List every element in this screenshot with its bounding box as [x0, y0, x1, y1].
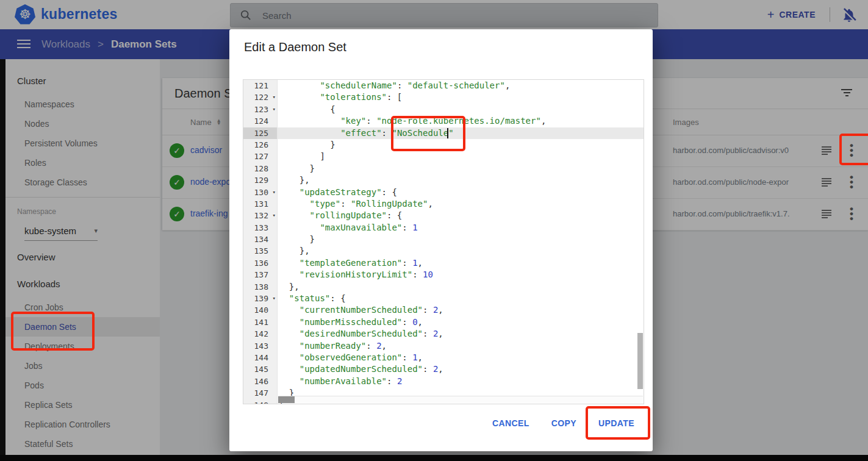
editor-line[interactable]: 141 "numberMisscheduled": 0,	[243, 316, 644, 328]
editor-code-text[interactable]: "rollingUpdate": {	[278, 210, 644, 221]
fold-arrow-icon[interactable]: ▾	[273, 187, 276, 198]
editor-line[interactable]: 144 "observedGeneration": 1,	[243, 352, 644, 363]
editor-line[interactable]: 145 "updatedNumberScheduled": 2,	[243, 363, 644, 375]
editor-line-number[interactable]: 147	[243, 387, 278, 399]
editor-line-number[interactable]: 125	[243, 127, 278, 139]
editor-line-number[interactable]: 133	[243, 222, 278, 234]
editor-line-number[interactable]: 135	[243, 245, 278, 257]
fold-arrow-icon[interactable]: ▾	[273, 293, 276, 304]
copy-button[interactable]: COPY	[542, 412, 586, 434]
editor-line[interactable]: 125 "effect": "NoSchedule"	[243, 127, 644, 139]
editor-line-number[interactable]: 136	[243, 257, 278, 269]
editor-line-number[interactable]: 146	[243, 376, 278, 387]
editor-line-number[interactable]: 127	[243, 151, 278, 162]
editor-line[interactable]: 129 },	[243, 174, 644, 186]
kubernetes-dashboard: ☸ kubernetes + CREATE Workloads >	[0, 0, 868, 461]
editor-line[interactable]: 133 "maxUnavailable": 1	[243, 222, 644, 234]
editor-line[interactable]: 139▾ "status": {	[243, 293, 644, 304]
editor-line-number[interactable]: 142	[243, 328, 278, 340]
editor-code-text[interactable]: "currentNumberScheduled": 2,	[278, 304, 644, 316]
editor-code-text[interactable]: "tolerations": [	[278, 91, 644, 103]
editor-line-number[interactable]: 137	[243, 269, 278, 281]
editor-line[interactable]: 136 "templateGeneration": 1,	[243, 257, 644, 269]
editor-code-text[interactable]: }	[278, 163, 644, 174]
text-cursor	[447, 128, 448, 138]
editor-code-text[interactable]: "schedulerName": "default-scheduler",	[278, 80, 644, 91]
editor-code-text[interactable]: }	[278, 234, 644, 245]
editor-line-number[interactable]: 132▾	[243, 210, 278, 221]
editor-line[interactable]: 138 },	[243, 281, 644, 293]
editor-line[interactable]: 126 }	[243, 139, 644, 151]
editor-line-number[interactable]: 121	[243, 80, 278, 91]
editor-line-number[interactable]: 141	[243, 316, 278, 328]
editor-line-number[interactable]: 122▾	[243, 91, 278, 103]
editor-line-number[interactable]: 138	[243, 281, 278, 293]
editor-line-number[interactable]: 148	[243, 399, 278, 404]
editor-line-number[interactable]: 145	[243, 363, 278, 375]
editor-line-number[interactable]: 128	[243, 163, 278, 174]
editor-line-number[interactable]: 124	[243, 115, 278, 127]
edit-daemon-set-dialog: Edit a Daemon Set 121 "schedulerName": "…	[229, 29, 653, 451]
editor-code-text[interactable]: },	[278, 174, 644, 186]
editor-line[interactable]: 130▾ "updateStrategy": {	[243, 187, 644, 198]
update-button[interactable]: UPDATE	[589, 412, 644, 434]
editor-code-text[interactable]: "type": "RollingUpdate",	[278, 198, 644, 210]
editor-code-text[interactable]: "revisionHistoryLimit": 10	[278, 269, 644, 281]
editor-code-text[interactable]: "templateGeneration": 1,	[278, 257, 644, 269]
editor-code-text[interactable]: "key": "node-role.kubernetes.io/master",	[278, 115, 644, 127]
editor-code-text[interactable]: }	[278, 139, 644, 151]
editor-code-text[interactable]: "desiredNumberScheduled": 2,	[278, 328, 644, 340]
fold-arrow-icon[interactable]: ▾	[273, 91, 276, 103]
cancel-button[interactable]: CANCEL	[482, 412, 539, 434]
editor-line[interactable]: 135 },	[243, 245, 644, 257]
json-editor[interactable]: 121 "schedulerName": "default-scheduler"…	[243, 79, 644, 404]
editor-vertical-scrollbar	[637, 80, 643, 396]
editor-code-text[interactable]: {	[278, 104, 644, 115]
editor-line[interactable]: 142 "desiredNumberScheduled": 2,	[243, 328, 644, 340]
editor-line[interactable]: 137 "revisionHistoryLimit": 10	[243, 269, 644, 281]
editor-line[interactable]: 122▾ "tolerations": [	[243, 91, 644, 103]
editor-line[interactable]: 123▾ {	[243, 104, 644, 115]
editor-line[interactable]: 131 "type": "RollingUpdate",	[243, 198, 644, 210]
editor-line[interactable]: 146 "numberAvailable": 2	[243, 376, 644, 387]
vertical-scroll-thumb[interactable]	[637, 333, 643, 389]
fold-arrow-icon[interactable]: ▾	[273, 104, 276, 115]
window-bottom-edge	[0, 455, 868, 461]
editor-code-text[interactable]: "numberAvailable": 2	[278, 376, 644, 387]
editor-code-text[interactable]: "effect": "NoSchedule"	[278, 127, 644, 139]
editor-code-text[interactable]: },	[278, 281, 644, 293]
editor-line-number[interactable]: 123▾	[243, 104, 278, 115]
editor-line-number[interactable]: 134	[243, 234, 278, 245]
editor-code-text[interactable]: "observedGeneration": 1,	[278, 352, 644, 363]
dialog-title: Edit a Daemon Set	[244, 40, 346, 54]
editor-line[interactable]: 124 "key": "node-role.kubernetes.io/mast…	[243, 115, 644, 127]
editor-line[interactable]: 127 ]	[243, 151, 644, 162]
editor-code-text[interactable]: "updateStrategy": {	[278, 187, 644, 198]
editor-line[interactable]: 121 "schedulerName": "default-scheduler"…	[243, 80, 644, 91]
editor-line-number[interactable]: 139▾	[243, 293, 278, 304]
horizontal-scroll-thumb[interactable]	[278, 396, 295, 403]
editor-line[interactable]: 128 }	[243, 163, 644, 174]
fold-arrow-icon[interactable]: ▾	[273, 210, 276, 221]
dialog-actions: CANCEL COPY UPDATE	[482, 412, 644, 434]
editor-code-text[interactable]: "status": {	[278, 293, 644, 304]
editor-code-text[interactable]: ]	[278, 151, 644, 162]
editor-line-number[interactable]: 130▾	[243, 187, 278, 198]
editor-line-number[interactable]: 140	[243, 304, 278, 316]
editor-line[interactable]: 134 }	[243, 234, 644, 245]
editor-line[interactable]: 143 "numberReady": 2,	[243, 340, 644, 352]
editor-line-number[interactable]: 131	[243, 198, 278, 210]
editor-line-number[interactable]: 144	[243, 352, 278, 363]
editor-code-text[interactable]: "numberMisscheduled": 0,	[278, 316, 644, 328]
editor-line-number[interactable]: 143	[243, 340, 278, 352]
editor-line-number[interactable]: 129	[243, 174, 278, 186]
editor-code-text[interactable]: "numberReady": 2,	[278, 340, 644, 352]
editor-code-text[interactable]: "maxUnavailable": 1	[278, 222, 644, 234]
editor-code-text[interactable]: "updatedNumberScheduled": 2,	[278, 363, 644, 375]
editor-horizontal-scrollbar	[278, 396, 643, 403]
editor-line-number[interactable]: 126	[243, 139, 278, 151]
editor-code-text[interactable]: },	[278, 245, 644, 257]
editor-line[interactable]: 140 "currentNumberScheduled": 2,	[243, 304, 644, 316]
editor-line[interactable]: 132▾ "rollingUpdate": {	[243, 210, 644, 221]
